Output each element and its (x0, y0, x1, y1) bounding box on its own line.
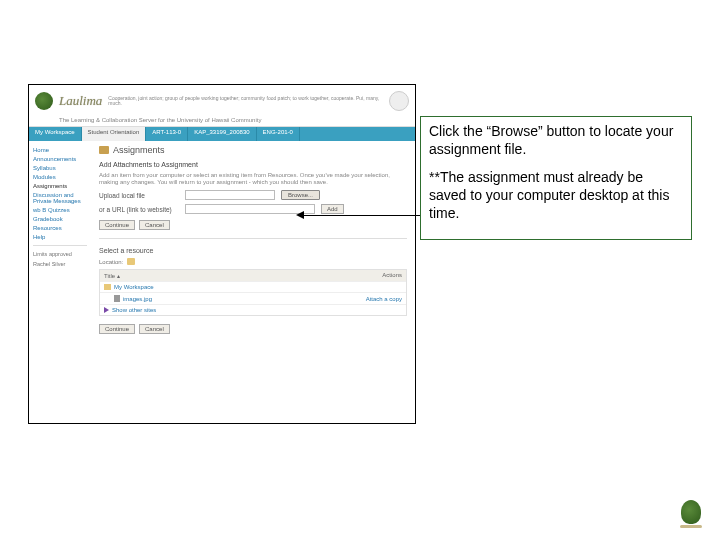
annotation-arrow-head (296, 211, 304, 219)
header: Laulima Cooperation, joint action; group… (29, 85, 415, 117)
instruction-callout: Click the “Browse” button to locate your… (420, 116, 692, 240)
sidebar-meta-1: Limits approved (33, 251, 87, 258)
folder-icon (104, 284, 111, 290)
browse-button[interactable]: Browse... (281, 190, 320, 200)
sidebar-item-assignments[interactable]: Assignments (33, 183, 87, 189)
sidebar-item-quizzes[interactable]: wb B Quizzes (33, 207, 87, 213)
continue-button-bottom[interactable]: Continue (99, 324, 135, 334)
tab-my-workspace[interactable]: My Workspace (29, 127, 82, 141)
brand-subline: The Learning & Collaboration Server for … (29, 117, 415, 127)
sidebar-item-help[interactable]: Help (33, 234, 87, 240)
continue-button-top[interactable]: Continue (99, 220, 135, 230)
brand-tagline: Cooperation, joint action; group of peop… (108, 96, 389, 107)
tab-kap-33199[interactable]: KAP_33199_200830 (188, 127, 256, 141)
tab-eng-201[interactable]: ENG-201-0 (257, 127, 300, 141)
url-label: or a URL (link to website) (99, 206, 179, 213)
col-actions: Actions (382, 272, 402, 279)
row-title: images.jpg (123, 296, 152, 302)
resource-section-title: Select a resource (99, 247, 407, 254)
row-title: Show other sites (112, 307, 156, 313)
resource-table: Title ▴ Actions My Workspace images.jpg (99, 269, 407, 316)
folder-icon (127, 258, 135, 265)
brand-name: Laulima (59, 93, 102, 109)
file-input[interactable] (185, 190, 275, 200)
app-window: Laulima Cooperation, joint action; group… (28, 84, 416, 424)
sidebar: Home Announcements Syllabus Modules Assi… (29, 141, 91, 415)
tab-art-113[interactable]: ART-113-0 (146, 127, 188, 141)
location-label: Location: (99, 259, 123, 265)
add-button[interactable]: Add (321, 204, 344, 214)
corner-logo (676, 500, 706, 530)
university-seal-icon (389, 91, 409, 111)
callout-text-2: **The assignment must already be saved t… (429, 169, 683, 223)
sidebar-item-discussion[interactable]: Discussion and Private Messages (33, 192, 87, 204)
callout-text-1: Click the “Browse” button to locate your… (429, 123, 683, 159)
sidebar-meta-2: Rachel Silver (33, 261, 87, 268)
section-title: Add Attachments to Assignment (99, 161, 407, 168)
sidebar-item-modules[interactable]: Modules (33, 174, 87, 180)
sidebar-item-announcements[interactable]: Announcements (33, 156, 87, 162)
sidebar-item-syllabus[interactable]: Syllabus (33, 165, 87, 171)
assignments-icon (99, 146, 109, 154)
logo-base-icon (680, 525, 702, 528)
tab-student-orientation[interactable]: Student Orientation (82, 127, 147, 141)
col-title[interactable]: Title ▴ (104, 272, 382, 279)
table-row[interactable]: Show other sites (100, 304, 406, 315)
cancel-button-bottom[interactable]: Cancel (139, 324, 170, 334)
site-tabs: My Workspace Student Orientation ART-113… (29, 127, 415, 141)
logo-leaf-icon (35, 92, 53, 110)
annotation-arrow (300, 215, 422, 216)
main-content: Assignments Add Attachments to Assignmen… (91, 141, 415, 415)
page-title: Assignments (113, 145, 165, 155)
table-row[interactable]: images.jpg Attach a copy (100, 292, 406, 304)
sidebar-item-resources[interactable]: Resources (33, 225, 87, 231)
sidebar-item-gradebook[interactable]: Gradebook (33, 216, 87, 222)
row-title: My Workspace (114, 284, 154, 290)
upload-label: Upload local file (99, 192, 179, 199)
expand-icon (104, 307, 109, 313)
row-action[interactable]: Attach a copy (366, 296, 402, 302)
sidebar-item-home[interactable]: Home (33, 147, 87, 153)
table-row[interactable]: My Workspace (100, 281, 406, 292)
help-text: Add an item from your computer or select… (99, 172, 407, 186)
file-icon (114, 295, 120, 302)
leaf-icon (681, 500, 701, 524)
cancel-button-top[interactable]: Cancel (139, 220, 170, 230)
